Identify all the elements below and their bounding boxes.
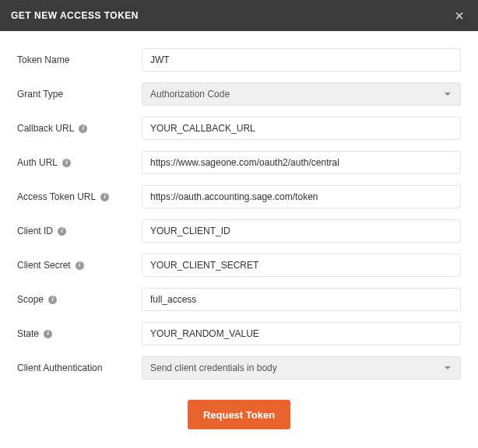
row-client-secret: Client Secret i: [17, 254, 461, 277]
field-client-authentication: Send client credentials in body: [142, 356, 461, 380]
label-client-id: Client ID i: [17, 226, 142, 236]
row-access-token-url: Access Token URL i: [17, 185, 461, 208]
label-text: Client Secret: [17, 260, 71, 271]
modal-body: Token Name Grant Type Authorization Code…: [0, 31, 478, 448]
label-auth-url: Auth URL i: [17, 157, 142, 168]
row-token-name: Token Name: [17, 48, 461, 72]
label-grant-type: Grant Type: [17, 89, 142, 100]
info-icon[interactable]: i: [76, 261, 84, 270]
info-icon[interactable]: i: [79, 124, 87, 133]
scope-input[interactable]: [142, 288, 461, 311]
label-text: Grant Type: [17, 89, 63, 100]
label-text: Access Token URL: [17, 191, 96, 202]
label-text: Callback URL: [17, 123, 74, 134]
chevron-down-icon: [445, 93, 451, 96]
label-client-secret: Client Secret i: [17, 260, 142, 271]
field-scope: [142, 288, 461, 311]
label-text: Client Authentication: [17, 362, 102, 373]
grant-type-select[interactable]: Authorization Code: [142, 82, 461, 106]
row-grant-type: Grant Type Authorization Code: [17, 82, 461, 106]
modal-title: GET NEW ACCESS TOKEN: [11, 10, 139, 21]
field-token-name: [142, 48, 461, 72]
client-secret-input[interactable]: [142, 254, 461, 277]
modal-header: GET NEW ACCESS TOKEN ×: [0, 0, 478, 31]
client-authentication-select[interactable]: Send client credentials in body: [142, 356, 461, 380]
info-icon[interactable]: i: [62, 159, 71, 167]
field-grant-type: Authorization Code: [142, 82, 461, 106]
token-name-input[interactable]: [142, 48, 461, 72]
row-scope: Scope i: [17, 288, 461, 311]
close-icon[interactable]: ×: [452, 8, 467, 23]
label-text: Client ID: [17, 226, 53, 236]
label-text: State: [17, 328, 39, 339]
modal-footer: Request Token: [17, 400, 461, 429]
label-access-token-url: Access Token URL i: [17, 191, 142, 202]
client-id-input[interactable]: [142, 219, 461, 243]
row-auth-url: Auth URL i: [17, 151, 461, 174]
label-text: Token Name: [17, 54, 69, 65]
info-icon[interactable]: i: [58, 227, 66, 236]
access-token-modal: GET NEW ACCESS TOKEN × Token Name Grant …: [0, 0, 478, 448]
label-token-name: Token Name: [17, 54, 142, 65]
field-client-id: [142, 219, 461, 243]
access-token-url-input[interactable]: [142, 185, 461, 208]
row-client-authentication: Client Authentication Send client creden…: [17, 356, 461, 380]
row-state: State i: [17, 322, 461, 345]
info-icon[interactable]: i: [48, 296, 57, 304]
row-callback-url: Callback URL i: [17, 117, 461, 140]
state-input[interactable]: [142, 322, 461, 345]
callback-url-input[interactable]: [142, 117, 461, 140]
select-value: Authorization Code: [150, 89, 230, 100]
auth-url-input[interactable]: [142, 151, 461, 174]
field-auth-url: [142, 151, 461, 174]
info-icon[interactable]: i: [100, 193, 109, 201]
field-state: [142, 322, 461, 345]
row-client-id: Client ID i: [17, 219, 461, 243]
field-client-secret: [142, 254, 461, 277]
field-callback-url: [142, 117, 461, 140]
label-scope: Scope i: [17, 294, 142, 305]
info-icon[interactable]: i: [44, 330, 52, 338]
label-text: Scope: [17, 294, 44, 305]
label-callback-url: Callback URL i: [17, 123, 142, 134]
label-text: Auth URL: [17, 157, 58, 168]
label-client-authentication: Client Authentication: [17, 362, 142, 373]
field-access-token-url: [142, 185, 461, 208]
label-state: State i: [17, 328, 142, 339]
request-token-button[interactable]: Request Token: [188, 400, 290, 429]
select-value: Send client credentials in body: [150, 362, 277, 373]
chevron-down-icon: [445, 366, 451, 369]
